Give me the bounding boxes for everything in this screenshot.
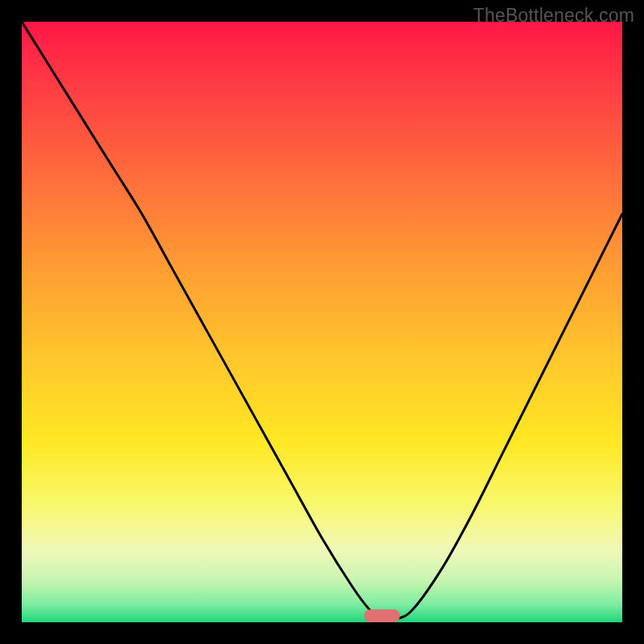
plot-area <box>22 22 622 622</box>
chart-frame: TheBottleneck.com <box>0 0 644 644</box>
optimal-zone-marker <box>364 609 400 622</box>
watermark-text: TheBottleneck.com <box>473 5 634 27</box>
gradient-background <box>22 22 622 622</box>
bottleneck-chart <box>22 22 622 622</box>
